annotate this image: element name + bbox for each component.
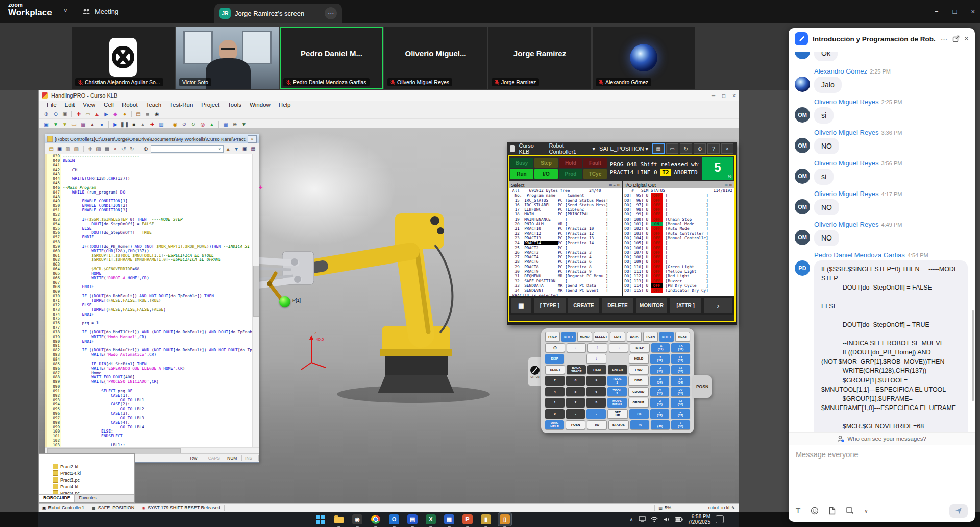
jog-icon[interactable]: ⊕	[694, 143, 706, 154]
io-row[interactable]: DO[ 102] U OFF [Auto Mode ]	[624, 226, 734, 231]
chat-scrollbar[interactable]	[972, 310, 974, 402]
editor-toolbar-icon[interactable]: ▧	[95, 145, 102, 153]
menu-robot[interactable]: Robot	[118, 102, 142, 108]
editor-toolbar-icon[interactable]: ↻	[128, 145, 135, 153]
taskbar-clock[interactable]: 6:58 PM7/20/2025	[688, 514, 711, 525]
toolbar-icon[interactable]: ▦	[79, 121, 88, 128]
key-4[interactable]: 4	[545, 387, 565, 397]
key-+xj4[interactable]: +X (J4)	[671, 376, 690, 386]
toolbar-icon[interactable]: ▲	[88, 121, 97, 128]
program-row[interactable]: 29 PRACT8 PC [Practica 8 ]	[510, 265, 622, 269]
menu-tools[interactable]: Tools	[224, 102, 246, 108]
key-+zj3[interactable]: +Z (J3)	[671, 365, 690, 375]
toolbar-icon[interactable]: ▥	[157, 121, 166, 128]
key-[interactable]: ⓘ	[545, 343, 565, 353]
key-[interactable]: →	[609, 343, 629, 353]
io-list[interactable]: # SIM STATUS114/8192DO[ 95] U OFF [ ]DO[…	[623, 188, 734, 296]
editor-toolbar-icon[interactable]: ▣	[56, 145, 63, 153]
key-fwd[interactable]: FWD	[629, 365, 649, 375]
key-fctn[interactable]: FCTN	[643, 332, 658, 342]
participant-tile[interactable]: Pedro Daniel M...Pedro Daniel Mendoza Ga…	[280, 27, 383, 89]
program-row[interactable]: 32 SAFE_POSITION [ ]	[510, 279, 622, 283]
key-[interactable]: .	[566, 409, 585, 419]
editor-toolbar-icon[interactable]: ▼	[233, 145, 240, 153]
volume-icon[interactable]	[663, 517, 670, 522]
io-row[interactable]: DO[ 104] U OFF [Manual Controlle]	[624, 236, 734, 241]
browser-tab-favorites[interactable]: Favorites	[75, 495, 101, 502]
key-hold[interactable]: HOLD	[629, 354, 649, 364]
toolbar-icon[interactable]: ▲	[207, 121, 216, 128]
io-row[interactable]: DO[ 105] U OFF [ ]	[624, 241, 734, 245]
program-row[interactable]: 34 SENDEVNT MR [Send PC Event ]	[510, 288, 622, 293]
editor-toolbar-icon[interactable]: ▲	[225, 145, 232, 153]
tab-meeting[interactable]: Meeting	[82, 0, 118, 23]
key-+%[interactable]: +%	[629, 409, 649, 419]
key--yj5[interactable]: -Y (J5)	[650, 387, 670, 397]
taskbar-icon[interactable]: P	[461, 513, 474, 526]
participant-tile[interactable]: Oliverio Miguel...Oliverio Miguel Reyes	[384, 27, 487, 89]
key-select[interactable]: SELECT	[594, 332, 608, 342]
toolbar-icon[interactable]: ■	[129, 121, 138, 128]
toolbar-icon[interactable]: ▦	[221, 121, 230, 128]
key-+j8[interactable]: + (J8)	[671, 420, 690, 430]
io-row[interactable]: DO[ 101] U ON [Manual Mode ]	[624, 222, 734, 226]
program-row[interactable]: 19 MAINTENANCE [ ]	[510, 217, 622, 222]
io-row[interactable]: DO[ 106] U OFF [ ]	[624, 246, 734, 250]
key-0[interactable]: 0	[545, 409, 565, 419]
key-prev[interactable]: PREV	[545, 332, 560, 342]
participant-tile[interactable]: Christian Alejandro Aguilar So...	[72, 27, 175, 89]
toolbar-icon[interactable]: ❚❚	[120, 121, 129, 128]
reset-icon[interactable]: ↻	[680, 143, 692, 154]
key-bwd[interactable]: BWD	[628, 376, 649, 386]
handlingpro-titlebar[interactable]: HandlingPRO - Curso KLB ─□×	[39, 90, 739, 101]
popout-icon[interactable]	[952, 35, 960, 42]
key-next[interactable]: NEXT	[675, 332, 690, 342]
message-input[interactable]: Message everyone	[789, 445, 975, 499]
chevron-down-icon[interactable]: ∨	[63, 7, 68, 14]
cell-browser-file[interactable]: Pract4.kl	[39, 483, 134, 490]
io-panel-icons[interactable]: ⊕ ⊞	[724, 183, 732, 187]
key-[interactable]: ,	[586, 409, 606, 419]
key-2[interactable]: 2	[566, 398, 585, 408]
io-row[interactable]: DO[ 109] U OFF [ ]	[624, 259, 734, 264]
keyboard-icon[interactable]: ▦	[652, 143, 665, 154]
key-backspace[interactable]: BACK SPACE	[567, 365, 585, 375]
program-row[interactable]: 18 MAIN PC [PRINCIPAL ]	[510, 212, 622, 217]
taskbar-icon[interactable]	[332, 513, 346, 526]
editor-toolbar-icon[interactable]: ✚	[86, 145, 93, 153]
key-enter[interactable]: ENTER	[608, 365, 627, 375]
key-8[interactable]: 8	[566, 376, 585, 386]
io-row[interactable]: DO[ 115] U OFF [Indicator Dry Cy]	[624, 288, 734, 293]
io-row[interactable]: DO[ 111] U OFF [Yellow Light ]	[624, 269, 734, 274]
editor-toolbar-icon[interactable]: ▦	[250, 145, 257, 153]
format-icon[interactable]: T	[796, 507, 800, 515]
key--xj4[interactable]: -X (J4)	[650, 376, 670, 386]
program-row[interactable]: 27 PRACT4 PC [Practica 4 ]	[510, 255, 622, 259]
io-row[interactable]: DO[ 110] U OFF [Green Light ]	[624, 265, 734, 269]
program-row[interactable]: 26 PRACT3 PC [Practica 3 ]	[510, 250, 622, 255]
key-reset[interactable]: RESET	[545, 365, 565, 375]
participant-tile[interactable]: Jorge RamirezJorge Ramirez	[488, 27, 591, 89]
toolbar-icon[interactable]: ■	[143, 110, 152, 118]
toolbar-icon[interactable]: ▭	[69, 121, 79, 128]
menu-window[interactable]: Window	[246, 102, 275, 108]
maximize-button[interactable]: □	[953, 8, 957, 15]
key-1[interactable]: 1	[545, 398, 565, 408]
program-row[interactable]: 30 PRACT9 PC [Practica 9 ]	[510, 269, 622, 274]
key-+j7[interactable]: + (J7)	[671, 409, 690, 419]
toolbar-icon[interactable]: ▲	[92, 110, 102, 118]
participant-tile[interactable]: Victor Soto	[176, 27, 279, 89]
toolbar-icon[interactable]: ◉	[170, 121, 180, 128]
program-row[interactable]: 28 PRACT6 PC [Practica 6 ]	[510, 259, 622, 264]
program-list[interactable]: All 691912 bytes free 24/40 No. Program …	[509, 188, 622, 296]
editor-toolbar-icon[interactable]: ▩	[103, 145, 110, 153]
taskbar-icon[interactable]: X	[424, 513, 437, 526]
key-setup[interactable]: SET UP	[607, 409, 628, 419]
taskbar-icon[interactable]	[314, 513, 327, 526]
program-row[interactable]: 17 LIBFUNC PC [LibFunc ]	[510, 207, 622, 212]
emoji-icon[interactable]	[811, 507, 819, 515]
maximize-button[interactable]: □	[722, 93, 725, 99]
toolbar-icon[interactable]: ▶	[111, 121, 120, 128]
key-shift[interactable]: SHIFT	[561, 332, 575, 342]
tab-shared-screen[interactable]: JR Jorge Ramirez's screen ⋯	[214, 4, 342, 23]
